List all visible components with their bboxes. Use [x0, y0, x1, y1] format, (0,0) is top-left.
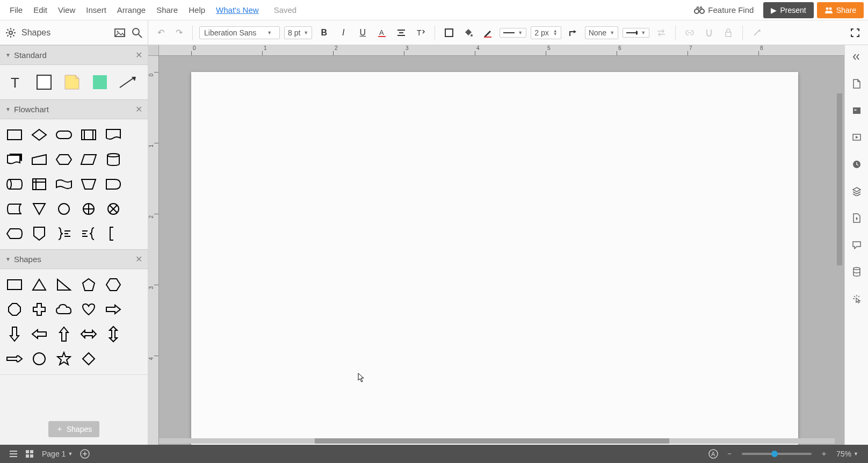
shape-line[interactable] [116, 70, 140, 94]
line-width-dropdown[interactable]: 2 px ▲▼ [531, 26, 561, 39]
scrollbar-thumb[interactable] [315, 438, 669, 444]
shape-pentagon[interactable] [78, 274, 99, 295]
zoom-slider[interactable] [742, 453, 812, 455]
text-options-button[interactable]: T [413, 25, 428, 40]
share-button[interactable]: Share [817, 2, 864, 18]
magnet-button[interactable] [701, 25, 717, 40]
shape-text[interactable]: T [4, 70, 28, 94]
menu-insert[interactable]: Insert [81, 2, 112, 18]
shape-terminator[interactable] [54, 125, 74, 145]
gear-icon[interactable] [4, 26, 17, 39]
present-button[interactable]: ▶ Present [763, 2, 813, 18]
shape-down-arrow[interactable] [4, 324, 25, 344]
comment-box-icon[interactable]: ❝ [850, 104, 863, 117]
layers-icon[interactable] [850, 185, 863, 198]
arrow-end-dropdown[interactable]: ▼ [623, 28, 649, 38]
panel-header-standard[interactable]: ▼ Standard ✕ [0, 45, 148, 65]
shape-connector[interactable] [54, 199, 74, 219]
shape-bracket[interactable] [103, 223, 124, 244]
slideshow-icon[interactable] [850, 131, 863, 144]
ruler-vertical[interactable]: 0 1 2 3 4 [148, 56, 159, 445]
lock-button[interactable] [721, 25, 736, 40]
shape-rectangle[interactable] [4, 274, 25, 295]
data-icon[interactable] [850, 265, 863, 278]
shape-right-triangle[interactable] [54, 274, 74, 295]
shape-manual-op[interactable] [78, 174, 99, 194]
shape-stored-data[interactable] [4, 199, 25, 219]
shape-direct-data[interactable] [4, 174, 25, 194]
shape-hexagon[interactable] [103, 274, 124, 295]
text-color-button[interactable]: A [374, 25, 389, 40]
menu-view[interactable]: View [53, 2, 81, 18]
close-icon[interactable]: ✕ [135, 50, 142, 60]
history-icon[interactable] [850, 158, 863, 171]
fullscreen-button[interactable] [848, 25, 863, 40]
zoom-level-dropdown[interactable]: 75% ▼ [832, 447, 863, 460]
document-page[interactable] [191, 72, 798, 445]
shape-paper-tape[interactable] [54, 174, 74, 194]
shape-cloud[interactable] [54, 299, 74, 320]
panel-header-shapes[interactable]: ▼ Shapes ✕ [0, 249, 148, 269]
collapse-rail-button[interactable] [850, 50, 863, 63]
shape-or[interactable] [78, 199, 99, 219]
shape-heart[interactable] [78, 299, 99, 320]
close-icon[interactable]: ✕ [135, 254, 142, 264]
swap-arrows-button[interactable] [654, 25, 669, 40]
shape-note[interactable] [60, 70, 84, 94]
shape-sum[interactable] [103, 199, 124, 219]
line-routing-button[interactable] [566, 25, 581, 40]
shape-callout-right[interactable] [4, 349, 25, 369]
bold-button[interactable]: B [316, 25, 331, 40]
fill-color-button[interactable] [461, 25, 476, 40]
horizontal-scrollbar[interactable] [159, 438, 835, 444]
font-size-dropdown[interactable]: 8 pt▼ [284, 26, 312, 39]
menu-edit[interactable]: Edit [28, 2, 53, 18]
link-button[interactable] [682, 25, 697, 40]
shape-database[interactable] [103, 149, 124, 170]
shape-circle[interactable] [29, 349, 49, 369]
add-page-button[interactable] [77, 446, 93, 462]
vertical-scrollbar-thumb[interactable] [837, 93, 842, 265]
menu-arrange[interactable]: Arrange [112, 2, 151, 18]
page-icon[interactable] [850, 77, 863, 90]
shape-lr-arrow[interactable] [78, 324, 99, 344]
shape-up-arrow[interactable] [54, 324, 74, 344]
arrow-start-dropdown[interactable]: None▼ [585, 26, 618, 39]
shape-display[interactable] [4, 223, 25, 244]
chat-icon[interactable] [850, 238, 863, 251]
shape-internal-storage[interactable] [29, 174, 49, 194]
ruler-horizontal[interactable]: 0 1 2 3 4 5 6 7 8 [159, 45, 844, 56]
shape-preparation[interactable] [54, 149, 74, 170]
shape-offpage[interactable] [29, 223, 49, 244]
shape-brace-right-note[interactable] [54, 223, 74, 244]
shape-data[interactable] [78, 149, 99, 170]
magic-wand-button[interactable] [749, 25, 764, 40]
search-icon[interactable] [131, 26, 143, 39]
menu-share[interactable]: Share [151, 2, 183, 18]
shape-cross[interactable] [29, 299, 49, 320]
align-button[interactable] [394, 25, 409, 40]
menu-help[interactable]: Help [183, 2, 211, 18]
redo-button[interactable]: ↷ [172, 27, 186, 38]
canvas-scroll[interactable] [159, 56, 844, 445]
page-selector[interactable]: Page 1 ▼ [38, 447, 77, 460]
zoom-slider-thumb[interactable] [771, 451, 778, 457]
shape-fill-button[interactable] [442, 25, 457, 40]
shape-decision[interactable] [29, 125, 49, 145]
grid-view-button[interactable] [21, 446, 38, 462]
list-view-button[interactable] [5, 446, 21, 462]
add-shapes-button[interactable]: ＋ Shapes [48, 421, 99, 437]
shape-isoceles[interactable] [29, 274, 49, 295]
spinner-icon[interactable]: ▲▼ [553, 30, 558, 36]
zoom-in-button[interactable]: ＋ [816, 446, 832, 462]
zoom-out-button[interactable]: － [721, 446, 737, 462]
feature-find-button[interactable]: Feature Find [694, 5, 754, 15]
shape-left-arrow[interactable] [29, 324, 49, 344]
shape-process[interactable] [4, 125, 25, 145]
italic-button[interactable]: I [336, 25, 351, 40]
shape-octagon[interactable] [4, 299, 25, 320]
shape-brace-left-note[interactable] [78, 223, 99, 244]
shape-delay[interactable] [103, 174, 124, 194]
menu-whats-new[interactable]: What's New [211, 2, 264, 18]
shape-hotspot[interactable] [88, 70, 112, 94]
